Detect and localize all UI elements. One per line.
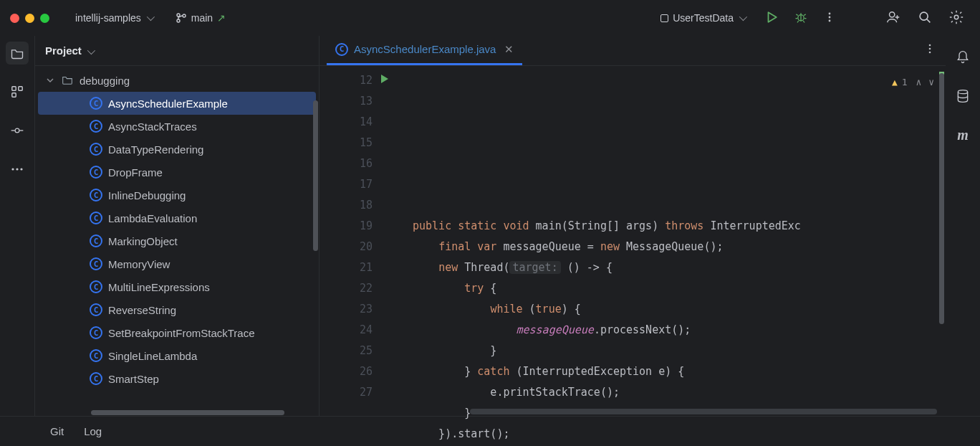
tree-item[interactable]: CAsyncStackTraces [38,115,316,138]
project-tree[interactable]: debugging CAsyncSchedulerExampleCAsyncSt… [35,66,319,416]
tree-item-label: AsyncSchedulerExample [108,98,228,110]
editor-scrollbar-vertical[interactable] [939,73,944,324]
titlebar: intellij-samples main ↗ UserTestData [0,0,980,36]
project-toolwindow-button[interactable] [6,42,29,65]
log-toolwindow-button[interactable]: Log [84,425,102,437]
line-number[interactable]: 22 [320,278,391,299]
maven-toolwindow-button[interactable]: m [951,123,974,146]
next-highlight-icon[interactable]: ∨ [924,72,933,92]
tree-item[interactable]: CMultiLineExpressions [38,275,316,298]
line-number[interactable]: 14 [320,112,391,133]
svg-rect-11 [19,87,22,90]
prev-highlight-icon[interactable]: ∧ [912,72,921,92]
tree-item-label: AsyncStackTraces [108,120,197,133]
tree-scrollbar-horizontal[interactable] [91,410,284,415]
tree-item[interactable]: CDropFrame [38,161,316,184]
class-icon: C [90,349,102,362]
run-button[interactable] [765,11,778,26]
tree-item-label: DropFrame [108,166,163,179]
tree-item-label: MultiLineExpressions [108,281,210,293]
class-icon: C [90,372,102,385]
line-number[interactable]: 16 [320,153,391,174]
editor-tabs-more[interactable] [924,43,936,57]
project-toolwindow-header[interactable]: Project [35,36,319,66]
database-toolwindow-button[interactable] [951,85,974,108]
line-number[interactable]: 21 [320,257,391,278]
code-with-me-icon[interactable] [885,9,901,27]
editor-scrollbar-horizontal[interactable] [470,409,937,414]
commit-toolwindow-button[interactable] [6,119,29,142]
folder-icon [61,75,74,87]
code-line[interactable]: while (true) { [413,299,946,320]
line-number[interactable]: 17 [320,174,391,195]
code-line[interactable]: } catch (InterruptedException e) { [413,361,946,382]
more-toolwindows-button[interactable] [6,158,29,181]
code-line[interactable]: } [413,341,946,361]
svg-point-0 [177,14,180,16]
tree-scrollbar-vertical[interactable] [313,100,318,251]
line-number[interactable]: 24 [320,320,391,341]
class-icon: C [90,189,102,201]
more-run-actions[interactable] [824,11,835,25]
minimize-window-button[interactable] [25,14,34,23]
close-tab-icon[interactable]: ✕ [504,43,514,56]
svg-rect-12 [12,93,16,97]
zoom-window-button[interactable] [40,14,49,23]
tree-item[interactable]: CAsyncSchedulerExample [38,92,316,115]
line-number[interactable]: 12 [320,70,391,91]
inspection-widget[interactable]: ▲ 1 ∧ ∨ [892,72,933,92]
editor-code[interactable]: ▲ 1 ∧ ∨ public static void main(String[]… [391,66,946,416]
tree-item[interactable]: CInlineDebugging [38,184,316,207]
code-line[interactable]: final var messageQueue = new MessageQueu… [413,237,946,257]
notifications-button[interactable] [951,46,974,69]
editor-gutter[interactable]: 12131415161718192021222324252627 [320,66,391,416]
tree-item[interactable]: CSetBreakpointFromStackTrace [38,321,316,344]
tree-item[interactable]: CReverseString [38,298,316,321]
code-line[interactable]: new Thread(target: () -> { [413,257,946,278]
debug-button[interactable] [794,10,808,27]
run-config-selector[interactable]: UserTestData [655,9,751,27]
code-line[interactable]: public static void main(String[] args) t… [413,216,946,237]
structure-toolwindow-button[interactable] [6,80,29,103]
settings-icon[interactable] [948,9,964,27]
line-number[interactable]: 20 [320,237,391,257]
editor-tab[interactable]: C AsyncSchedulerExample.java ✕ [327,35,522,65]
code-line[interactable]: messageQueue.processNext(); [413,320,946,341]
line-number[interactable]: 13 [320,91,391,112]
line-number[interactable]: 26 [320,361,391,382]
code-line[interactable]: e.printStackTrace(); [413,382,946,403]
tree-folder-debugging[interactable]: debugging [38,69,316,92]
window-controls [10,14,49,23]
class-icon: C [90,212,102,224]
folder-label: debugging [80,75,130,87]
tree-item[interactable]: CLambdaEvaluation [38,207,316,229]
run-gutter-icon[interactable] [381,75,388,83]
line-number[interactable]: 19 [320,216,391,237]
tree-item[interactable]: CSingleLineLambda [38,344,316,367]
code-line[interactable]: }).start(); [413,424,946,445]
class-icon: C [90,143,102,156]
editor: C AsyncSchedulerExample.java ✕ 121314151… [320,36,946,416]
tree-item[interactable]: CMemoryView [38,252,316,275]
code-line[interactable]: try { [413,278,946,299]
git-toolwindow-button[interactable]: Git [50,425,64,437]
line-number[interactable]: 15 [320,133,391,153]
line-number[interactable]: 23 [320,299,391,320]
class-icon: C [90,326,102,339]
run-config-icon [660,14,668,22]
line-number[interactable]: 27 [320,382,391,403]
vcs-branch-widget[interactable]: main ↗ [170,9,231,27]
tree-item[interactable]: CSmartStep [38,367,316,390]
tree-item-label: SmartStep [108,373,159,385]
project-switcher[interactable]: intellij-samples [69,9,158,27]
line-number[interactable]: 25 [320,341,391,361]
class-icon: C [90,120,102,133]
search-everywhere-icon[interactable] [917,9,933,27]
class-icon: C [90,234,102,247]
close-window-button[interactable] [10,14,19,23]
svg-point-17 [929,44,931,47]
line-number[interactable]: 18 [320,195,391,216]
tree-item[interactable]: CMarkingObject [38,229,316,252]
tree-item[interactable]: CDataTypeRendering [38,138,316,161]
tree-item-label: DataTypeRendering [108,143,203,156]
